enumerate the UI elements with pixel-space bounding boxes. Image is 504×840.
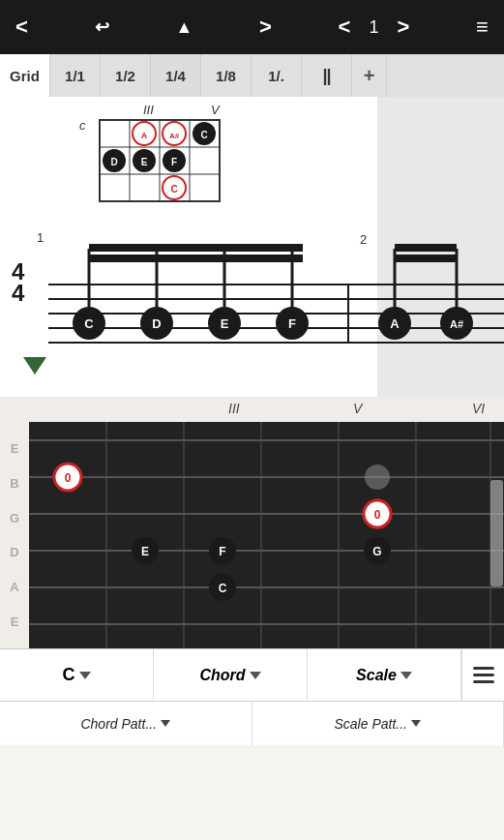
svg-text:F: F — [219, 545, 225, 558]
fret-roman-VI: VI — [472, 401, 485, 416]
page-number: 1 — [362, 17, 385, 38]
svg-text:C: C — [170, 184, 177, 195]
svg-text:A#: A# — [169, 132, 180, 140]
svg-rect-76 — [490, 480, 503, 586]
grid-button[interactable]: Grid — [0, 54, 50, 97]
prev-page-button[interactable]: < — [331, 11, 359, 44]
fret-roman-III: III — [228, 401, 240, 416]
fret-roman-row: III V VI — [0, 397, 504, 422]
scale-arrow-icon — [400, 672, 412, 679]
fret-roman-V: V — [353, 401, 362, 416]
back-button[interactable]: < — [8, 11, 36, 44]
grid-1-4-button[interactable]: 1/4 — [151, 54, 201, 97]
pause-button[interactable]: || — [302, 54, 352, 97]
chord-arrow-icon — [250, 672, 261, 679]
scale-patt-arrow-icon — [411, 720, 421, 727]
grid-toolbar: Grid 1/1 1/2 1/4 1/8 1/. || + — [0, 54, 504, 97]
grid-1-1-button[interactable]: 1/1 — [50, 54, 101, 97]
svg-text:E: E — [221, 316, 229, 331]
hamburger-menu-button[interactable]: ≡ — [468, 11, 496, 44]
add-button[interactable]: + — [352, 54, 387, 97]
svg-text:0: 0 — [374, 508, 381, 522]
fretboard-section: III V VI E B G D A E — [0, 397, 504, 648]
string-label-A: A — [10, 580, 18, 594]
scale-selector[interactable]: Scale — [308, 649, 461, 702]
grid-1-8-button[interactable]: 1/8 — [201, 54, 252, 97]
staff-notation: 1 4 4 — [0, 226, 504, 391]
menu-lines-icon — [473, 667, 494, 683]
bottom-menu-button[interactable] — [461, 649, 504, 702]
svg-text:A: A — [390, 316, 400, 331]
string-label-E-low: E — [11, 615, 19, 629]
svg-text:A: A — [141, 131, 148, 140]
svg-text:D: D — [152, 316, 161, 331]
next-page-button[interactable]: > — [389, 11, 417, 44]
svg-point-73 — [365, 465, 390, 490]
key-selector[interactable]: C — [0, 649, 154, 702]
string-label-G: G — [10, 511, 19, 525]
string-label-E-high: E — [11, 441, 19, 456]
string-label-B: B — [10, 476, 18, 491]
grid-1-2-button[interactable]: 1/2 — [101, 54, 151, 97]
c-string-label: c — [79, 118, 86, 133]
chord-diagram: D A E A# F C C — [92, 112, 227, 209]
scale-label: Scale — [356, 667, 397, 684]
key-value: C — [63, 665, 75, 685]
marker-button[interactable]: ▲ — [167, 14, 200, 42]
chord-selector[interactable]: Chord — [154, 649, 308, 702]
svg-text:G: G — [372, 545, 381, 558]
svg-text:E: E — [141, 545, 149, 558]
svg-text:F: F — [171, 157, 177, 167]
bottom-key-chord-scale-bar: C Chord Scale — [0, 648, 504, 701]
chord-patt-label: Chord Patt... — [80, 716, 157, 732]
undo-button[interactable]: ↩ — [87, 13, 117, 42]
playhead — [23, 357, 46, 375]
svg-text:0: 0 — [65, 471, 72, 485]
scale-pattern-selector[interactable]: Scale Patt... — [252, 702, 505, 746]
forward-button[interactable]: > — [252, 11, 280, 44]
svg-text:C: C — [84, 316, 94, 331]
key-arrow-icon — [79, 672, 91, 679]
svg-text:2: 2 — [360, 232, 367, 247]
svg-text:C: C — [200, 130, 207, 140]
string-label-D: D — [10, 545, 18, 559]
top-nav: < ↩ ▲ > < 1 > ≡ — [0, 0, 504, 54]
scale-patt-label: Scale Patt... — [335, 716, 407, 732]
patterns-bar: Chord Patt... Scale Patt... — [0, 701, 504, 745]
svg-text:C: C — [219, 582, 227, 595]
grid-1-dot-button[interactable]: 1/. — [252, 54, 302, 97]
svg-text:D: D — [110, 157, 117, 167]
chord-label: Chord — [199, 667, 245, 684]
score-area: III V c D A E — [0, 97, 504, 397]
page-nav: < 1 > — [331, 11, 418, 44]
chord-pattern-selector[interactable]: Chord Patt... — [0, 702, 252, 746]
svg-text:A#: A# — [450, 318, 463, 330]
fretboard-grid: 0 0 E F C G 0 — [29, 422, 504, 648]
chord-patt-arrow-icon — [161, 720, 170, 727]
svg-text:E: E — [141, 157, 148, 167]
svg-text:F: F — [288, 316, 296, 331]
